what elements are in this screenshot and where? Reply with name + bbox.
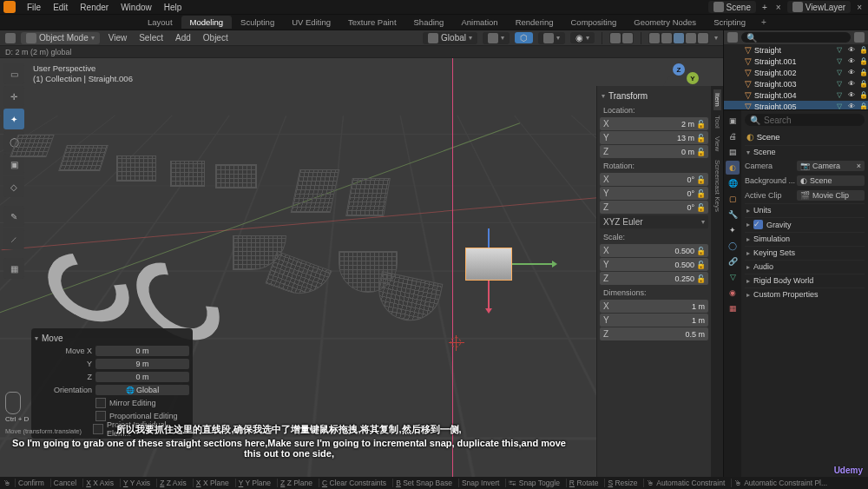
tab-texture-paint[interactable]: Texture Paint [339,16,404,29]
keying-section[interactable]: ▸Keying Sets [745,246,865,259]
background-scene-field[interactable]: ◐Scene [797,175,865,186]
matprev-shading-icon[interactable] [686,33,696,43]
modifiers-tab-icon[interactable]: 🔧 [726,208,740,221]
menu-window[interactable]: Window [115,3,158,12]
lock-icon[interactable]: 🔓 [696,189,705,198]
wireframe-shading-icon[interactable] [661,33,672,43]
material-tab-icon[interactable]: ◉ [726,286,740,300]
shading-modes[interactable] [648,32,709,44]
editor-type-icon[interactable] [5,33,16,43]
lock-icon[interactable]: 🔓 [696,120,705,129]
menu-object[interactable]: Object [200,33,232,43]
lock-icon[interactable]: 🔓 [696,274,705,283]
xray-icon[interactable] [649,33,660,43]
menu-file[interactable]: File [21,3,47,12]
mesh-object[interactable] [345,178,391,216]
physics-tab-icon[interactable]: ◯ [726,239,740,253]
active-clip-field[interactable]: 🎬Movie Clip [797,190,865,201]
n-tab-item[interactable]: Item [713,89,721,110]
tab-sculpting[interactable]: Sculpting [232,16,283,29]
orientation-dropdown[interactable]: Global ▾ [423,32,477,44]
pivot-dropdown[interactable]: ▾ [483,32,510,44]
transform-panel-header[interactable]: ▾Transform [600,89,708,102]
n-tab-tool[interactable]: Tool [713,112,721,132]
tab-shading[interactable]: Shading [405,16,453,29]
output-tab-icon[interactable]: 🖨 [726,129,740,143]
constraints-tab-icon[interactable]: 🔗 [726,254,740,268]
lock-icon[interactable]: 🔓 [696,175,705,184]
menu-select[interactable]: Select [135,33,167,43]
move-gizmo-y[interactable] [488,228,490,248]
simulation-section[interactable]: ▸Simulation [745,232,865,245]
dimension-z-field[interactable]: Z0.5 m [600,327,708,340]
n-tab-screencast[interactable]: Screencast Keys [713,156,721,215]
menu-render[interactable]: Render [74,3,115,12]
custom-props-section[interactable]: ▸Custom Properties [745,287,865,301]
mesh-object[interactable] [215,164,257,188]
tab-layout[interactable]: Layout [139,16,181,29]
tab-geometry-nodes[interactable]: Geometry Nodes [625,16,705,29]
outliner-tree[interactable]: ▽Straight▽👁🔒 ▽Straight.001▽👁🔒 ▽Straight.… [724,44,868,109]
rendered-shading-icon[interactable] [698,33,708,43]
overlay-icon[interactable] [622,33,633,43]
tab-compositing[interactable]: Compositing [562,16,626,29]
rigidbody-section[interactable]: ▸Rigid Body World [745,274,865,287]
scene-new-button[interactable]: + [760,3,770,12]
operator-panel-title[interactable]: Move [42,334,62,343]
snap-dropdown[interactable]: ▾ [538,32,565,44]
location-x-field[interactable]: X2 m🔓 [600,117,708,130]
move-gizmo-z[interactable] [488,281,490,312]
scale-y-field[interactable]: Y0.500🔓 [600,258,708,271]
scene-delete-button[interactable]: × [773,3,784,12]
object-tab-icon[interactable]: ▢ [726,192,740,206]
shading-options-dropdown[interactable]: ▾ [714,34,718,42]
lock-icon[interactable]: 🔓 [696,247,705,255]
lock-icon[interactable]: 🔓 [696,134,705,142]
move-z-field[interactable]: 0 m [95,372,189,382]
viewlayer-tab-icon[interactable]: ▤ [726,145,740,159]
lock-icon[interactable]: 🔓 [696,148,705,156]
axis-y-icon[interactable]: Y [687,72,699,84]
tab-uv-editing[interactable]: UV Editing [283,16,339,29]
cursor-tool[interactable]: ✛ [3,86,24,107]
orientation-field[interactable]: 🌐 Global [95,385,189,395]
scene-selector[interactable]: Scene [708,1,756,13]
n-tab-view[interactable]: View [713,133,721,155]
mirror-checkbox[interactable] [95,398,106,408]
texture-tab-icon[interactable]: ▦ [726,301,740,315]
rotation-z-field[interactable]: Z0°🔓 [600,201,708,214]
mode-dropdown[interactable]: Object Mode ▾ [21,32,100,44]
tab-animation[interactable]: Animation [452,16,506,29]
viewlayer-selector[interactable]: ViewLayer [787,1,852,13]
mesh-object[interactable] [116,155,156,182]
lock-icon[interactable]: 🔓 [696,203,705,212]
menu-help[interactable]: Help [158,3,188,12]
menu-edit[interactable]: Edit [47,3,74,12]
dimension-x-field[interactable]: X1 m [600,300,708,313]
scale-x-field[interactable]: X0.500🔓 [600,244,708,257]
scale-z-field[interactable]: Z0.250🔓 [600,272,708,285]
viewlayer-delete-button[interactable]: × [854,3,865,12]
properties-search[interactable]: 🔍Search [745,114,865,126]
tab-scripting[interactable]: Scripting [705,16,754,29]
outliner-editor-icon[interactable] [727,32,738,43]
move-x-field[interactable]: 0 m [95,346,189,356]
snap-toggle[interactable]: ⬡ [515,32,533,43]
add-mesh-tool[interactable]: ▦ [3,258,24,279]
data-tab-icon[interactable]: ▽ [726,270,740,284]
camera-field[interactable]: 📷Camera× [797,161,865,171]
rotation-x-field[interactable]: X0°🔓 [600,173,708,186]
particles-tab-icon[interactable]: ✦ [726,223,740,237]
proportional-toggle[interactable]: ◉▾ [570,32,595,43]
mesh-object[interactable] [170,161,205,187]
gizmo-toggles[interactable] [609,32,634,44]
move-gizmo-x[interactable] [512,263,556,265]
dimension-y-field[interactable]: Y1 m [600,314,708,327]
measure-tool[interactable]: ⟋ [3,228,24,249]
transform-tool[interactable]: ◇ [3,176,24,197]
location-z-field[interactable]: Z0 m🔓 [600,145,708,158]
lock-icon[interactable]: 🔓 [696,261,705,269]
solid-shading-icon[interactable] [674,33,684,43]
mesh-object[interactable] [58,145,108,171]
audio-section[interactable]: ▸Audio [745,260,865,273]
